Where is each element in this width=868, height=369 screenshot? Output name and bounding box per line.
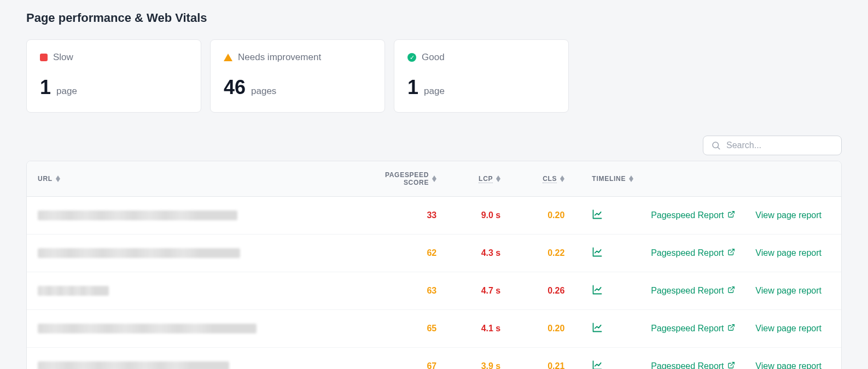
card-value-line: 46pages	[224, 76, 371, 99]
col-header-timeline[interactable]: TIMELINE	[592, 175, 633, 183]
timeline-chart-icon[interactable]	[592, 363, 603, 369]
pagespeed-report-label: Pagespeed Report	[651, 324, 724, 333]
card-value-line: 1page	[407, 76, 555, 99]
card-header: Slow	[40, 52, 188, 63]
sort-icon	[629, 175, 633, 182]
slow-icon	[40, 54, 48, 61]
url-cell-redacted[interactable]	[38, 286, 109, 296]
card-header: Needs improvement	[224, 52, 371, 63]
good-icon: ✓	[407, 53, 416, 62]
pagespeed-report-link[interactable]: Pagespeed Report	[651, 210, 735, 220]
view-page-report-link[interactable]: View page report	[755, 286, 822, 296]
table-row: 634.7 s0.26Pagespeed ReportView page rep…	[27, 272, 841, 310]
svg-line-1	[718, 147, 719, 149]
timeline-chart-icon[interactable]	[592, 212, 603, 221]
sort-icon	[432, 175, 436, 182]
performance-table: URL PAGESPEED SCORE LCP	[27, 161, 841, 369]
view-page-report-link[interactable]: View page report	[755, 361, 822, 369]
pagespeed-score: 63	[427, 286, 436, 295]
summary-card: ✓Good1page	[394, 39, 569, 113]
pagespeed-report-link[interactable]: Pagespeed Report	[651, 248, 735, 258]
view-page-report-link[interactable]: View page report	[755, 248, 822, 258]
card-count: 1	[40, 76, 51, 99]
pagespeed-report-link[interactable]: Pagespeed Report	[651, 361, 735, 369]
table-row: 673.9 s0.21Pagespeed ReportView page rep…	[27, 348, 841, 370]
col-header-cls-label: CLS	[543, 175, 557, 183]
col-header-pagespeed-label: PAGESPEED SCORE	[373, 171, 429, 186]
pagespeed-report-link[interactable]: Pagespeed Report	[651, 324, 735, 333]
lcp-value: 3.9 s	[481, 361, 501, 369]
url-cell-redacted[interactable]	[38, 210, 237, 220]
lcp-value: 4.3 s	[481, 248, 501, 257]
sort-icon	[496, 175, 500, 182]
lcp-value: 4.7 s	[481, 286, 501, 295]
svg-line-6	[730, 362, 733, 366]
card-unit: page	[56, 86, 77, 97]
card-label: Good	[422, 52, 445, 63]
cls-value: 0.26	[547, 286, 564, 295]
col-header-lcp[interactable]: LCP	[479, 175, 500, 183]
timeline-chart-icon[interactable]	[592, 325, 603, 335]
table-row: 339.0 s0.20Pagespeed ReportView page rep…	[27, 197, 841, 235]
col-header-url[interactable]: URL	[38, 175, 60, 183]
url-cell-redacted[interactable]	[38, 324, 257, 333]
card-label: Needs improvement	[238, 52, 321, 63]
timeline-chart-icon[interactable]	[592, 250, 603, 259]
col-header-timeline-label: TIMELINE	[592, 175, 626, 183]
svg-line-4	[730, 287, 733, 290]
col-header-lcp-label: LCP	[479, 175, 493, 183]
external-link-icon	[727, 248, 735, 258]
pagespeed-report-label: Pagespeed Report	[651, 248, 724, 258]
cls-value: 0.20	[547, 324, 564, 333]
pagespeed-report-link[interactable]: Pagespeed Report	[651, 286, 735, 296]
table-row: 624.3 s0.22Pagespeed ReportView page rep…	[27, 235, 841, 272]
view-page-report-link[interactable]: View page report	[755, 324, 822, 333]
external-link-icon	[727, 361, 735, 369]
url-cell-redacted[interactable]	[38, 248, 240, 258]
card-header: ✓Good	[407, 52, 555, 63]
card-count: 46	[224, 76, 246, 99]
svg-line-5	[730, 325, 733, 328]
url-cell-redacted[interactable]	[38, 361, 229, 369]
summary-card: Needs improvement46pages	[210, 39, 385, 113]
sort-icon	[560, 175, 564, 182]
external-link-icon	[727, 210, 735, 220]
card-count: 1	[407, 76, 418, 99]
lcp-value: 9.0 s	[481, 210, 501, 220]
page-title: Page performance & Web Vitals	[26, 11, 842, 25]
external-link-icon	[727, 324, 735, 333]
external-link-icon	[727, 286, 735, 296]
svg-line-3	[730, 249, 733, 253]
search-icon	[711, 140, 721, 150]
cls-value: 0.22	[547, 248, 564, 257]
card-value-line: 1page	[40, 76, 188, 99]
table-wrap: URL PAGESPEED SCORE LCP	[26, 161, 842, 369]
col-header-pagespeed[interactable]: PAGESPEED SCORE	[373, 171, 436, 186]
cls-value: 0.21	[547, 361, 564, 369]
needs-improvement-icon	[224, 54, 232, 61]
lcp-value: 4.1 s	[481, 324, 501, 333]
summary-cards-row: Slow1pageNeeds improvement46pages✓Good1p…	[26, 39, 842, 113]
pagespeed-score: 62	[427, 248, 436, 257]
pagespeed-report-label: Pagespeed Report	[651, 361, 724, 369]
view-page-report-link[interactable]: View page report	[755, 210, 822, 220]
pagespeed-report-label: Pagespeed Report	[651, 210, 724, 220]
timeline-chart-icon[interactable]	[592, 288, 603, 297]
summary-card: Slow1page	[26, 39, 201, 113]
card-unit: page	[424, 86, 445, 97]
search-wrap	[26, 136, 842, 155]
svg-point-0	[713, 142, 719, 148]
pagespeed-score: 65	[427, 324, 436, 333]
card-unit: pages	[251, 86, 276, 97]
pagespeed-score: 33	[427, 210, 436, 220]
pagespeed-score: 67	[427, 361, 436, 369]
search-box[interactable]	[703, 136, 842, 155]
pagespeed-report-label: Pagespeed Report	[651, 286, 724, 296]
card-label: Slow	[53, 52, 73, 63]
svg-line-2	[730, 212, 733, 215]
col-header-url-label: URL	[38, 175, 53, 183]
cls-value: 0.20	[547, 210, 564, 220]
search-input[interactable]	[726, 140, 834, 150]
col-header-cls[interactable]: CLS	[543, 175, 564, 183]
table-row: 654.1 s0.20Pagespeed ReportView page rep…	[27, 310, 841, 348]
